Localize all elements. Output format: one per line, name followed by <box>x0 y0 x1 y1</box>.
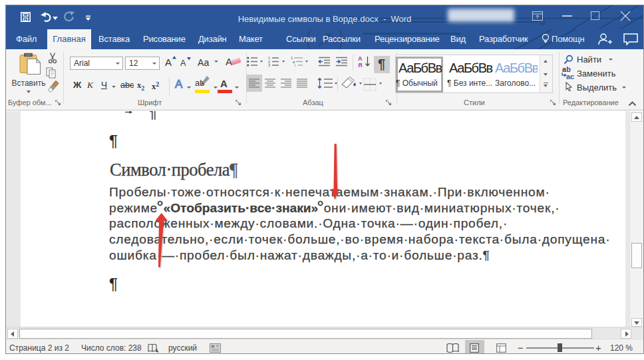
svg-text:i: i <box>295 63 295 67</box>
svg-text:А: А <box>358 55 363 62</box>
svg-text:3: 3 <box>268 63 270 67</box>
svg-text:Я: Я <box>358 62 362 68</box>
svg-text:А: А <box>175 78 183 90</box>
